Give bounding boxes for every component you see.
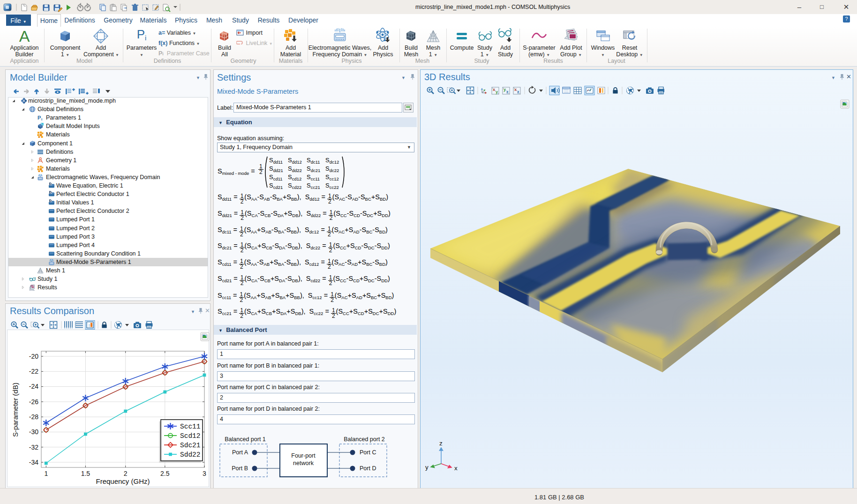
- svg-text:-32: -32: [29, 444, 38, 451]
- svg-text:2.5: 2.5: [160, 470, 170, 477]
- svg-text:-30: -30: [29, 428, 38, 436]
- svg-text:-24: -24: [29, 383, 38, 390]
- svg-text:Scd12: Scd12: [180, 432, 201, 440]
- svg-text:S-parameter (dB): S-parameter (dB): [11, 383, 19, 437]
- svg-text:Sdc21: Sdc21: [180, 442, 201, 449]
- svg-text:x: x: [454, 465, 458, 472]
- svg-text:-28: -28: [29, 413, 38, 421]
- svg-text:network: network: [293, 460, 314, 466]
- svg-text:-22: -22: [29, 368, 38, 375]
- svg-text:3: 3: [203, 470, 206, 477]
- svg-text:2: 2: [124, 470, 128, 477]
- svg-text:Four-port: Four-port: [291, 452, 316, 459]
- svg-text:Frequency (GHz): Frequency (GHz): [96, 477, 150, 485]
- svg-text:Port B: Port B: [232, 465, 248, 472]
- svg-text:-34: -34: [29, 459, 38, 466]
- svg-text:Port C: Port C: [360, 449, 376, 456]
- svg-text:z: z: [439, 440, 443, 447]
- svg-text:Balanced port 2: Balanced port 2: [344, 436, 385, 443]
- svg-text:-26: -26: [29, 398, 38, 406]
- svg-text:Port A: Port A: [232, 449, 248, 456]
- svg-text:Balanced port 1: Balanced port 1: [225, 436, 266, 443]
- svg-text:Sdd22: Sdd22: [180, 451, 201, 459]
- svg-text:y: y: [425, 464, 428, 471]
- svg-text:Port D: Port D: [360, 465, 376, 472]
- svg-text:Scc11: Scc11: [180, 423, 201, 430]
- svg-text:1.5: 1.5: [81, 470, 90, 477]
- svg-text:1: 1: [44, 470, 48, 477]
- svg-text:-20: -20: [29, 353, 38, 360]
